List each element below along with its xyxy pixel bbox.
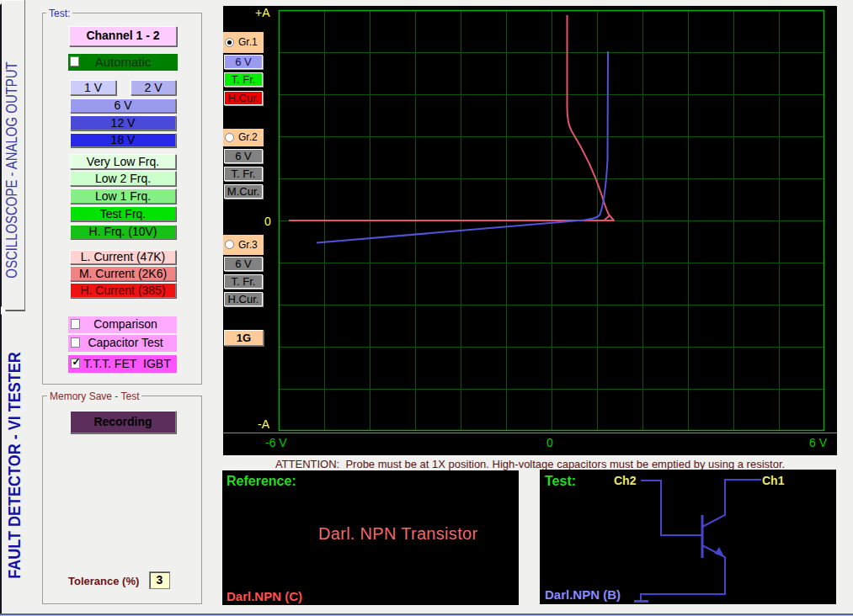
- svg-text:Ch2: Ch2: [614, 474, 637, 487]
- svg-text:Darl.NPN (B): Darl.NPN (B): [545, 587, 621, 602]
- svg-text:Ch1: Ch1: [762, 474, 785, 487]
- svg-text:Test:: Test:: [545, 474, 576, 488]
